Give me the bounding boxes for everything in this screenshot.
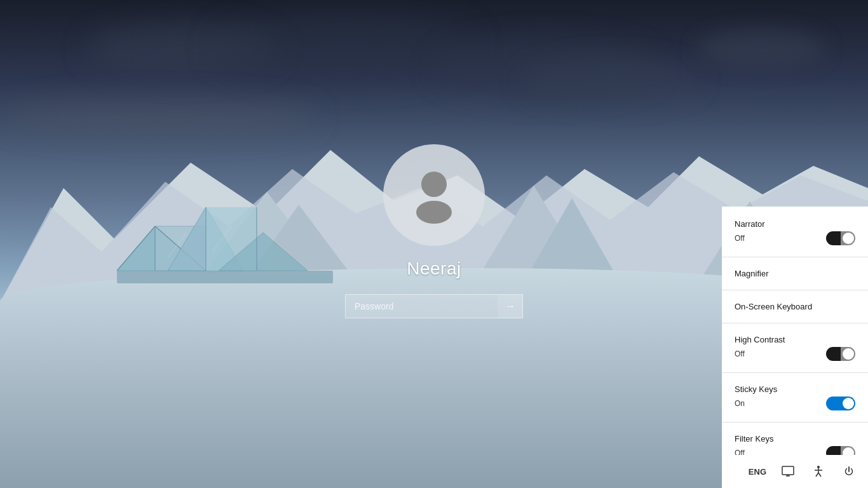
svg-line-29	[818, 473, 821, 477]
sticky-keys-item: Sticky Keys On	[735, 384, 855, 410]
divider-5	[722, 422, 868, 423]
on-screen-keyboard-label: On-Screen Keyboard	[735, 302, 855, 311]
sticky-keys-label: Sticky Keys	[735, 384, 855, 394]
user-avatar-icon	[409, 166, 459, 224]
password-input[interactable]	[345, 294, 523, 318]
language-label: ENG	[749, 467, 766, 477]
avatar	[383, 144, 485, 246]
power-icon	[843, 465, 855, 478]
high-contrast-toggle[interactable]	[826, 347, 855, 361]
password-container: →	[345, 294, 523, 318]
high-contrast-toggle-row: Off	[735, 347, 855, 361]
username-label: Neeraj	[407, 259, 461, 279]
display-icon	[782, 465, 794, 478]
svg-line-28	[816, 473, 818, 477]
high-contrast-label: High Contrast	[735, 335, 855, 344]
high-contrast-item: High Contrast Off	[735, 335, 855, 361]
accessibility-button[interactable]	[810, 463, 827, 480]
narrator-item: Narrator Off	[735, 219, 855, 245]
magnifier-item[interactable]: Magnifier	[735, 269, 855, 278]
divider-4	[722, 372, 868, 373]
display-settings-button[interactable]	[779, 463, 797, 480]
sticky-keys-toggle[interactable]	[826, 396, 855, 410]
divider-2	[722, 290, 868, 290]
svg-rect-7	[117, 271, 333, 283]
filter-keys-label: Filter Keys	[735, 434, 855, 444]
narrator-toggle-row: Off	[735, 231, 855, 245]
divider-3	[722, 323, 868, 323]
bottom-taskbar: ENG	[722, 455, 868, 488]
power-button[interactable]	[840, 463, 858, 480]
narrator-toggle[interactable]	[826, 231, 855, 245]
svg-point-25	[817, 466, 820, 468]
svg-rect-22	[782, 466, 794, 475]
narrator-status: Off	[735, 234, 745, 243]
divider-1	[722, 257, 868, 257]
high-contrast-status: Off	[735, 349, 745, 358]
narrator-label: Narrator	[735, 219, 855, 229]
submit-button[interactable]: →	[498, 294, 523, 318]
narrator-toggle-thumb	[843, 233, 854, 244]
sticky-keys-status: On	[735, 399, 745, 408]
accessibility-icon	[812, 465, 825, 478]
on-screen-keyboard-item[interactable]: On-Screen Keyboard	[735, 302, 855, 311]
svg-point-20	[421, 172, 447, 197]
arrow-icon: →	[505, 301, 515, 312]
sticky-keys-toggle-row: On	[735, 396, 855, 410]
high-contrast-toggle-thumb	[843, 348, 854, 360]
accessibility-panel: Narrator Off Magnifier On-Screen Keyboar…	[722, 207, 868, 473]
sticky-keys-toggle-thumb	[843, 398, 854, 409]
magnifier-label: Magnifier	[735, 269, 855, 278]
svg-point-21	[416, 201, 452, 224]
login-container: Neeraj →	[345, 144, 523, 318]
